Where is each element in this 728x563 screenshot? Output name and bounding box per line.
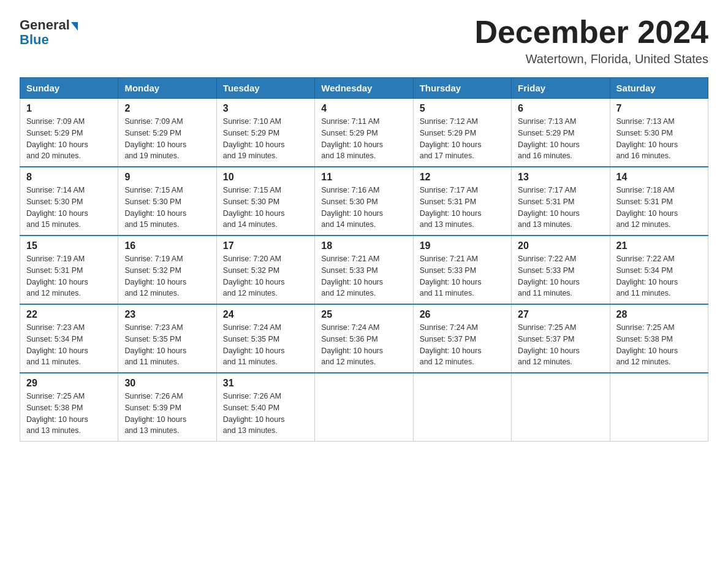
calendar-title: December 2024 <box>474 15 708 50</box>
day-number: 19 <box>420 240 505 251</box>
week-row-3: 15 Sunrise: 7:19 AM Sunset: 5:31 PM Dayl… <box>20 236 708 304</box>
day-info: Sunrise: 7:22 AM Sunset: 5:33 PM Dayligh… <box>518 253 603 299</box>
day-number: 26 <box>420 309 505 320</box>
weekday-header-thursday: Thursday <box>413 78 511 99</box>
day-info: Sunrise: 7:10 AM Sunset: 5:29 PM Dayligh… <box>223 116 308 162</box>
header: General Blue December 2024 Watertown, Fl… <box>20 15 708 66</box>
calendar-cell: 17 Sunrise: 7:20 AM Sunset: 5:32 PM Dayl… <box>216 236 314 304</box>
logo-arrow-icon <box>71 22 78 31</box>
weekday-header-saturday: Saturday <box>610 78 708 99</box>
week-row-4: 22 Sunrise: 7:23 AM Sunset: 5:34 PM Dayl… <box>20 304 708 373</box>
calendar-cell: 6 Sunrise: 7:13 AM Sunset: 5:29 PM Dayli… <box>512 99 610 167</box>
calendar-cell: 31 Sunrise: 7:26 AM Sunset: 5:40 PM Dayl… <box>216 373 314 442</box>
day-info: Sunrise: 7:19 AM Sunset: 5:32 PM Dayligh… <box>124 253 210 299</box>
calendar-cell: 27 Sunrise: 7:25 AM Sunset: 5:37 PM Dayl… <box>512 304 610 373</box>
day-info: Sunrise: 7:24 AM Sunset: 5:35 PM Dayligh… <box>223 322 308 368</box>
calendar-cell: 4 Sunrise: 7:11 AM Sunset: 5:29 PM Dayli… <box>315 99 413 167</box>
day-info: Sunrise: 7:21 AM Sunset: 5:33 PM Dayligh… <box>420 253 505 299</box>
calendar-cell: 21 Sunrise: 7:22 AM Sunset: 5:34 PM Dayl… <box>610 236 708 304</box>
weekday-header-monday: Monday <box>118 78 216 99</box>
week-row-1: 1 Sunrise: 7:09 AM Sunset: 5:29 PM Dayli… <box>20 99 708 167</box>
day-number: 31 <box>223 378 308 389</box>
day-number: 16 <box>124 240 210 251</box>
day-number: 30 <box>124 378 210 389</box>
week-row-5: 29 Sunrise: 7:25 AM Sunset: 5:38 PM Dayl… <box>20 373 708 442</box>
calendar-cell <box>512 373 610 442</box>
day-number: 28 <box>616 309 702 320</box>
day-info: Sunrise: 7:13 AM Sunset: 5:29 PM Dayligh… <box>518 116 603 162</box>
day-info: Sunrise: 7:16 AM Sunset: 5:30 PM Dayligh… <box>321 185 406 231</box>
day-number: 5 <box>420 103 505 114</box>
day-info: Sunrise: 7:25 AM Sunset: 5:38 PM Dayligh… <box>26 391 112 437</box>
day-info: Sunrise: 7:25 AM Sunset: 5:37 PM Dayligh… <box>518 322 603 368</box>
calendar-cell: 18 Sunrise: 7:21 AM Sunset: 5:33 PM Dayl… <box>315 236 413 304</box>
calendar-cell: 14 Sunrise: 7:18 AM Sunset: 5:31 PM Dayl… <box>610 167 708 236</box>
day-info: Sunrise: 7:18 AM Sunset: 5:31 PM Dayligh… <box>616 185 702 231</box>
day-number: 27 <box>518 309 603 320</box>
day-info: Sunrise: 7:23 AM Sunset: 5:34 PM Dayligh… <box>26 322 112 368</box>
day-number: 13 <box>518 172 603 183</box>
day-number: 1 <box>26 103 112 114</box>
day-info: Sunrise: 7:19 AM Sunset: 5:31 PM Dayligh… <box>26 253 112 299</box>
calendar-cell: 13 Sunrise: 7:17 AM Sunset: 5:31 PM Dayl… <box>512 167 610 236</box>
calendar-cell: 2 Sunrise: 7:09 AM Sunset: 5:29 PM Dayli… <box>118 99 216 167</box>
day-number: 23 <box>124 309 210 320</box>
day-number: 6 <box>518 103 603 114</box>
calendar-cell: 30 Sunrise: 7:26 AM Sunset: 5:39 PM Dayl… <box>118 373 216 442</box>
day-number: 2 <box>124 103 210 114</box>
day-info: Sunrise: 7:23 AM Sunset: 5:35 PM Dayligh… <box>124 322 210 368</box>
day-number: 24 <box>223 309 308 320</box>
day-info: Sunrise: 7:15 AM Sunset: 5:30 PM Dayligh… <box>124 185 210 231</box>
calendar-cell: 16 Sunrise: 7:19 AM Sunset: 5:32 PM Dayl… <box>118 236 216 304</box>
calendar-table: SundayMondayTuesdayWednesdayThursdayFrid… <box>20 77 708 442</box>
day-number: 29 <box>26 378 112 389</box>
calendar-cell: 29 Sunrise: 7:25 AM Sunset: 5:38 PM Dayl… <box>20 373 118 442</box>
day-number: 4 <box>321 103 406 114</box>
weekday-header-wednesday: Wednesday <box>315 78 413 99</box>
weekday-header-friday: Friday <box>512 78 610 99</box>
day-info: Sunrise: 7:17 AM Sunset: 5:31 PM Dayligh… <box>420 185 505 231</box>
day-info: Sunrise: 7:20 AM Sunset: 5:32 PM Dayligh… <box>223 253 308 299</box>
calendar-cell: 23 Sunrise: 7:23 AM Sunset: 5:35 PM Dayl… <box>118 304 216 373</box>
day-info: Sunrise: 7:24 AM Sunset: 5:36 PM Dayligh… <box>321 322 406 368</box>
calendar-cell: 24 Sunrise: 7:24 AM Sunset: 5:35 PM Dayl… <box>216 304 314 373</box>
day-number: 8 <box>26 172 112 183</box>
day-info: Sunrise: 7:17 AM Sunset: 5:31 PM Dayligh… <box>518 185 603 231</box>
day-number: 14 <box>616 172 702 183</box>
calendar-cell: 3 Sunrise: 7:10 AM Sunset: 5:29 PM Dayli… <box>216 99 314 167</box>
calendar-cell: 22 Sunrise: 7:23 AM Sunset: 5:34 PM Dayl… <box>20 304 118 373</box>
day-info: Sunrise: 7:26 AM Sunset: 5:40 PM Dayligh… <box>223 391 308 437</box>
calendar-cell: 7 Sunrise: 7:13 AM Sunset: 5:30 PM Dayli… <box>610 99 708 167</box>
day-info: Sunrise: 7:12 AM Sunset: 5:29 PM Dayligh… <box>420 116 505 162</box>
day-info: Sunrise: 7:26 AM Sunset: 5:39 PM Dayligh… <box>124 391 210 437</box>
calendar-cell: 8 Sunrise: 7:14 AM Sunset: 5:30 PM Dayli… <box>20 167 118 236</box>
day-number: 22 <box>26 309 112 320</box>
calendar-cell: 28 Sunrise: 7:25 AM Sunset: 5:38 PM Dayl… <box>610 304 708 373</box>
day-info: Sunrise: 7:15 AM Sunset: 5:30 PM Dayligh… <box>223 185 308 231</box>
day-number: 25 <box>321 309 406 320</box>
logo-blue-text: Blue <box>20 32 49 48</box>
logo: General Blue <box>20 15 78 48</box>
day-number: 9 <box>124 172 210 183</box>
calendar-cell <box>413 373 511 442</box>
day-number: 11 <box>321 172 406 183</box>
day-number: 18 <box>321 240 406 251</box>
calendar-cell: 12 Sunrise: 7:17 AM Sunset: 5:31 PM Dayl… <box>413 167 511 236</box>
day-info: Sunrise: 7:11 AM Sunset: 5:29 PM Dayligh… <box>321 116 406 162</box>
calendar-cell: 15 Sunrise: 7:19 AM Sunset: 5:31 PM Dayl… <box>20 236 118 304</box>
title-area: December 2024 Watertown, Florida, United… <box>474 15 708 66</box>
calendar-cell <box>315 373 413 442</box>
week-row-2: 8 Sunrise: 7:14 AM Sunset: 5:30 PM Dayli… <box>20 167 708 236</box>
calendar-cell: 1 Sunrise: 7:09 AM Sunset: 5:29 PM Dayli… <box>20 99 118 167</box>
calendar-subtitle: Watertown, Florida, United States <box>474 52 708 66</box>
weekday-header-tuesday: Tuesday <box>216 78 314 99</box>
calendar-cell <box>610 373 708 442</box>
day-number: 20 <box>518 240 603 251</box>
calendar-cell: 9 Sunrise: 7:15 AM Sunset: 5:30 PM Dayli… <box>118 167 216 236</box>
weekday-header-row: SundayMondayTuesdayWednesdayThursdayFrid… <box>20 78 708 99</box>
day-info: Sunrise: 7:09 AM Sunset: 5:29 PM Dayligh… <box>26 116 112 162</box>
logo-general-text: General <box>20 17 70 33</box>
calendar-cell: 26 Sunrise: 7:24 AM Sunset: 5:37 PM Dayl… <box>413 304 511 373</box>
day-info: Sunrise: 7:09 AM Sunset: 5:29 PM Dayligh… <box>124 116 210 162</box>
day-number: 10 <box>223 172 308 183</box>
